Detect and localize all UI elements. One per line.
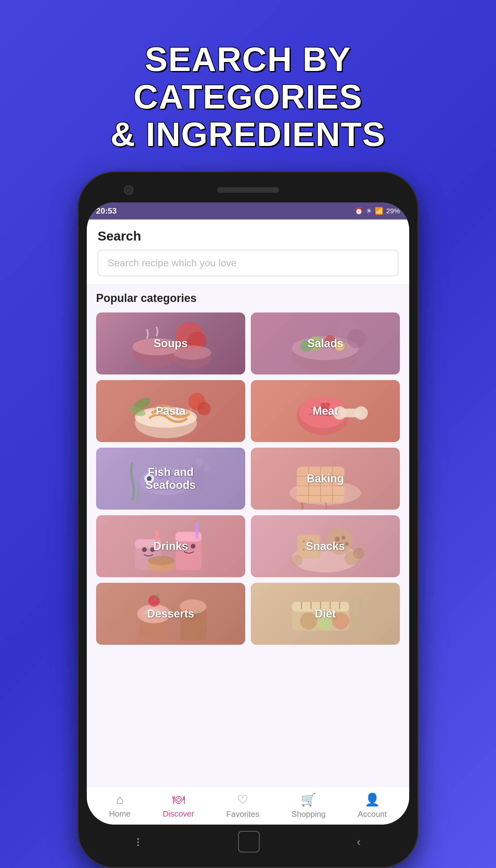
battery-text: 29%	[386, 207, 400, 215]
category-meat-label: Meat	[312, 405, 338, 418]
search-section: Search Search recipe which you love	[87, 219, 409, 284]
headline-line2: & INGREDIENTS	[110, 115, 386, 153]
category-diet[interactable]: Diet	[251, 583, 400, 645]
svg-point-50	[148, 556, 174, 565]
svg-point-60	[342, 536, 345, 539]
discover-icon: 🍽	[172, 793, 185, 807]
app-content: Search Search recipe which you love Popu…	[87, 219, 409, 825]
status-bar: 20:53 ⏰ ✳ 📶 29%	[87, 202, 409, 219]
nav-home-label: Home	[109, 809, 130, 819]
svg-point-41	[142, 547, 146, 552]
alarm-icon: ⏰	[355, 207, 363, 215]
phone-back-btn[interactable]: ‹	[357, 835, 361, 849]
svg-point-69	[148, 595, 160, 607]
phone-menu-btn[interactable]: ⫶	[135, 835, 141, 849]
nav-home[interactable]: ⌂ Home	[109, 793, 130, 819]
search-placeholder[interactable]: Search recipe which you love	[108, 257, 236, 268]
category-meat[interactable]: Meat	[251, 380, 400, 442]
phone-camera	[124, 185, 133, 195]
svg-rect-82	[352, 597, 355, 635]
category-baking-label: Baking	[307, 472, 344, 485]
nav-favorites[interactable]: ♡ Favorites	[226, 793, 260, 819]
status-time: 20:53	[96, 206, 117, 216]
category-snacks[interactable]: Snacks	[251, 515, 400, 577]
categories-title: Popular categories	[96, 292, 400, 305]
category-salads[interactable]: Salads	[251, 312, 400, 374]
svg-point-54	[303, 540, 305, 543]
svg-point-30	[204, 466, 209, 472]
category-desserts-label: Desserts	[147, 607, 194, 620]
categories-grid: Soups	[96, 312, 400, 645]
category-desserts[interactable]: Desserts	[96, 583, 245, 645]
category-pasta[interactable]: Pasta	[96, 380, 245, 442]
category-fish-label: Fish and Seafoods	[145, 466, 196, 492]
nav-favorites-label: Favorites	[226, 809, 260, 819]
shopping-icon: 🛒	[301, 792, 316, 807]
phone-speaker	[217, 187, 279, 193]
svg-point-17	[198, 402, 211, 415]
category-pasta-label: Pasta	[156, 405, 185, 418]
svg-point-66	[291, 555, 303, 567]
category-snacks-label: Snacks	[306, 540, 345, 553]
nav-discover[interactable]: 🍽 Discover	[163, 793, 194, 819]
phone-mockup: 20:53 ⏰ ✳ 📶 29% Search Search recipe whi…	[78, 171, 418, 868]
category-drinks[interactable]: Drinks	[96, 515, 245, 577]
svg-point-47	[191, 544, 195, 548]
headline: SEARCH BY CATEGORIES & INGREDIENTS	[0, 22, 496, 153]
nav-shopping[interactable]: 🛒 Shopping	[291, 792, 326, 819]
phone-nav-buttons: ⫶ ‹	[87, 825, 409, 859]
search-input-wrap[interactable]: Search recipe which you love	[98, 250, 398, 276]
favorites-icon: ♡	[237, 793, 248, 807]
category-salads-label: Salads	[307, 337, 343, 350]
nav-shopping-label: Shopping	[291, 809, 326, 819]
category-fish[interactable]: Fish and Seafoods	[96, 448, 245, 510]
status-icons: ⏰ ✳ 📶 29%	[355, 207, 400, 215]
bottom-navigation: ⌂ Home 🍽 Discover ♡ Favorites 🛒 Shopping	[87, 787, 409, 825]
category-soups-label: Soups	[153, 337, 188, 350]
category-baking[interactable]: Baking	[251, 448, 400, 510]
svg-point-65	[353, 548, 365, 559]
headline-line1: SEARCH BY CATEGORIES	[133, 40, 362, 115]
category-soups[interactable]: Soups	[96, 312, 245, 374]
bluetooth-icon: ✳	[366, 207, 372, 215]
category-drinks-label: Drinks	[153, 540, 188, 553]
svg-point-29	[196, 458, 203, 466]
wifi-icon: 📶	[375, 207, 383, 215]
svg-rect-48	[196, 522, 198, 539]
svg-point-57	[303, 548, 305, 551]
account-icon: 👤	[365, 792, 380, 807]
nav-account-label: Account	[358, 809, 387, 819]
nav-account[interactable]: 👤 Account	[358, 792, 387, 819]
nav-discover-label: Discover	[163, 809, 194, 819]
category-diet-label: Diet	[315, 607, 336, 620]
phone-home-btn[interactable]	[238, 831, 260, 852]
svg-rect-83	[359, 597, 362, 635]
svg-point-13	[347, 329, 366, 348]
phone-screen: 20:53 ⏰ ✳ 📶 29% Search Search recipe whi…	[87, 202, 409, 825]
search-title: Search	[98, 229, 398, 244]
svg-point-63	[345, 542, 349, 546]
home-icon: ⌂	[116, 793, 123, 807]
svg-point-23	[354, 406, 368, 420]
categories-section: Popular categories	[87, 284, 409, 787]
